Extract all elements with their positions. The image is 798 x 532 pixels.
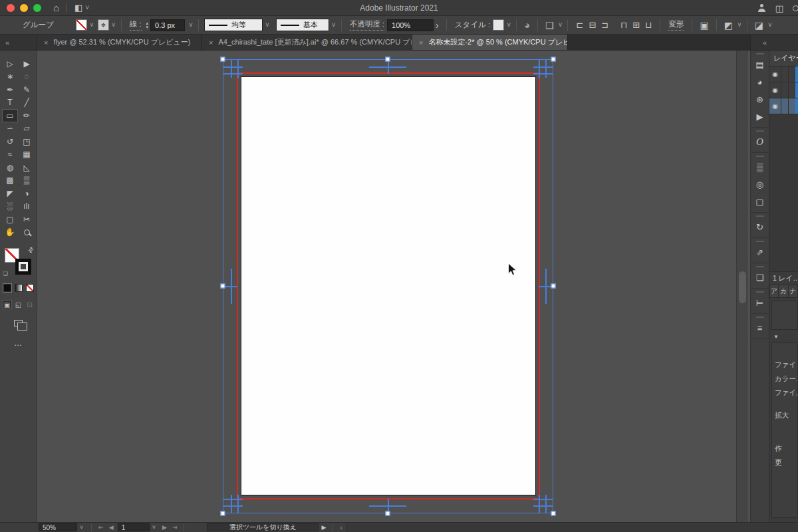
opacity-label[interactable]: 不透明度 :: [350, 19, 384, 31]
zoom-tool[interactable]: [19, 226, 35, 239]
document-tab[interactable]: ×flyer @ 52.31 % (CMYK/CPU プレビュー): [37, 35, 202, 50]
line-segment-tool[interactable]: ╱: [19, 96, 35, 110]
document-tab[interactable]: ×名称未設定-2* @ 50 % (CMYK/CPU プレビュー): [412, 35, 568, 50]
panel-tab-stub[interactable]: ア: [769, 285, 779, 298]
vertical-scrollbar[interactable]: [736, 51, 747, 522]
selection-tool[interactable]: ▷: [2, 57, 18, 70]
home-icon[interactable]: ⌂: [53, 3, 59, 13]
first-artboard-icon[interactable]: ⇤: [98, 524, 104, 531]
previous-artboard-icon[interactable]: ◀: [109, 524, 114, 531]
eyedropper-tool[interactable]: ◤: [2, 187, 18, 200]
chevron-down-icon[interactable]: ˅: [90, 22, 94, 29]
chevron-down-icon[interactable]: ˅: [265, 22, 269, 29]
visibility-eye-icon[interactable]: ◉: [769, 98, 781, 114]
shaper-tool[interactable]: ∽: [2, 122, 18, 136]
recolor-artwork-icon[interactable]: ◕: [524, 20, 530, 30]
rotate-tool[interactable]: ↺: [2, 135, 18, 148]
align-left-icon[interactable]: ⊏: [576, 20, 583, 30]
selection-handle[interactable]: [221, 284, 225, 289]
asset-export-panel-button[interactable]: ↻: [751, 218, 769, 235]
left-dock-collapse[interactable]: «: [0, 35, 37, 50]
selection-handle[interactable]: [386, 511, 390, 516]
fill-swatch[interactable]: [76, 19, 87, 31]
layers-panel-button[interactable]: ❏: [751, 269, 769, 286]
export-panel-button[interactable]: ⇗: [751, 243, 769, 261]
drag-grip[interactable]: [756, 156, 764, 157]
transparency-panel-button[interactable]: ◎: [751, 176, 769, 193]
layers-panel-tab[interactable]: レイヤー: [769, 51, 798, 66]
stepper-down-icon[interactable]: ▾: [146, 25, 149, 29]
fill-stroke-control[interactable]: ⇄ ❏: [5, 248, 33, 276]
color-guide-panel-button[interactable]: ◕: [751, 73, 769, 90]
stroke-profile-select[interactable]: 均等: [204, 19, 263, 31]
more-options-icon[interactable]: ◪: [755, 21, 763, 30]
zoom-window-button[interactable]: [33, 4, 41, 12]
chevron-down-icon[interactable]: ˅: [189, 22, 193, 29]
pen-tool[interactable]: ✒: [2, 83, 18, 96]
none-button[interactable]: [26, 284, 34, 292]
chevron-down-icon[interactable]: ˅: [332, 22, 336, 29]
drag-grip[interactable]: [756, 317, 764, 318]
screen-mode-icon[interactable]: [14, 320, 23, 327]
hand-tool[interactable]: ✋: [2, 226, 18, 239]
selection-handle[interactable]: [551, 57, 556, 62]
align-center-horizontal-icon[interactable]: ⊟: [589, 20, 596, 30]
selection-handle[interactable]: [551, 284, 556, 289]
magic-wand-tool[interactable]: ∗: [2, 70, 18, 84]
libraries-panel-button[interactable]: ▤: [751, 56, 769, 73]
canvas[interactable]: [37, 51, 750, 522]
artboards-panel-button[interactable]: ▢: [751, 193, 769, 210]
align-center-vertical-icon[interactable]: ⊞: [632, 20, 640, 30]
lock-cell[interactable]: [781, 66, 789, 82]
draw-behind-icon[interactable]: ◱: [14, 300, 23, 309]
stroke-width-stepper[interactable]: ▴ ▾: [146, 21, 149, 29]
panels-icon[interactable]: ◫: [775, 4, 783, 13]
visibility-eye-icon[interactable]: ◉: [769, 82, 781, 98]
stroke-swatch[interactable]: ⌖: [98, 19, 109, 31]
next-artboard-icon[interactable]: ▶: [162, 524, 167, 531]
stroke-width-input[interactable]: 0.3 px: [150, 19, 185, 31]
account-icon[interactable]: [757, 4, 766, 12]
align-panel-button[interactable]: ⊨: [751, 294, 769, 311]
opacity-input[interactable]: 100%: [387, 19, 434, 31]
color-button[interactable]: [3, 284, 11, 292]
chevron-down-icon[interactable]: ˅: [152, 524, 156, 531]
drag-grip[interactable]: [756, 266, 764, 267]
actions-play-button[interactable]: ▶: [751, 108, 769, 125]
right-dock-collapse[interactable]: «: [750, 35, 798, 50]
minimize-window-button[interactable]: [20, 4, 28, 12]
panel-tab-stub[interactable]: カ: [779, 285, 788, 298]
column-graph-tool[interactable]: ılı: [19, 200, 35, 213]
transform-link[interactable]: 変形: [668, 19, 684, 31]
disclosure-triangle-icon[interactable]: ▼: [769, 330, 798, 341]
default-fill-stroke-icon[interactable]: ❏: [3, 271, 8, 277]
scroll-left-icon[interactable]: ‹: [340, 523, 342, 531]
chevron-down-icon[interactable]: ˅: [768, 22, 772, 29]
shape-builder-tool[interactable]: ◍: [2, 161, 18, 174]
bounding-box-icon[interactable]: ▣: [700, 21, 708, 30]
slice-tool[interactable]: ✂: [19, 213, 35, 226]
direct-selection-tool[interactable]: ▶: [19, 57, 35, 70]
drag-grip[interactable]: [756, 130, 764, 132]
document-options-icon[interactable]: ❑: [545, 21, 554, 30]
paragraph-panel-button[interactable]: ≡: [751, 319, 769, 336]
curvature-tool[interactable]: ✎: [19, 83, 35, 96]
visibility-eye-icon[interactable]: ◉: [769, 66, 781, 82]
selection-handle[interactable]: [221, 511, 225, 516]
status-menu-icon[interactable]: ▶: [321, 524, 326, 531]
artboard-tool[interactable]: ▢: [2, 213, 18, 226]
style-swatch[interactable]: [493, 19, 504, 31]
workspace-switcher[interactable]: ◧ ˅: [74, 3, 89, 12]
document-tab[interactable]: ×A4_chirashi_tate [更新済み].ai* @ 66.67 % (…: [202, 35, 412, 50]
drag-grip[interactable]: [756, 241, 764, 242]
chevron-down-icon[interactable]: ˅: [112, 22, 116, 29]
free-transform-tool[interactable]: ▦: [19, 148, 35, 162]
gradient-tool[interactable]: ▒: [19, 174, 35, 188]
select-similar-icon[interactable]: ◩: [724, 21, 733, 30]
close-icon[interactable]: ×: [419, 39, 423, 47]
eraser-tool[interactable]: ▱: [19, 122, 35, 136]
scrollbar-thumb[interactable]: [739, 271, 746, 303]
brush-select[interactable]: 基本: [276, 19, 329, 31]
type-tool[interactable]: T: [2, 96, 18, 110]
drag-grip[interactable]: [756, 291, 764, 293]
